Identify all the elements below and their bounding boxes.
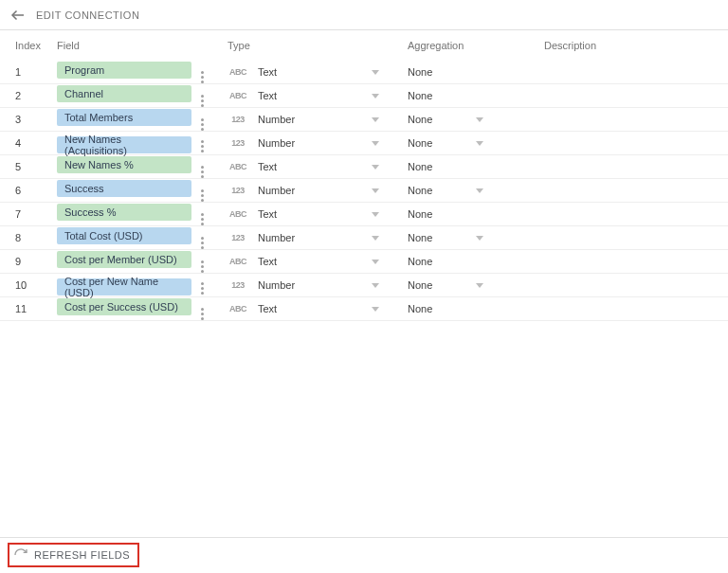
type-dropdown[interactable]: ABCText [228, 256, 379, 267]
chevron-down-icon [476, 117, 483, 122]
more-options-icon[interactable] [197, 118, 207, 131]
field-pill[interactable]: Channel [57, 85, 191, 102]
more-options-icon[interactable] [197, 166, 207, 178]
aggregation-label: None [408, 185, 432, 196]
page-title: EDIT CONNECTION [36, 9, 139, 21]
field-pill[interactable]: Total Members [57, 109, 191, 126]
type-label: Number [258, 279, 295, 291]
type-dropdown[interactable]: ABCText [228, 161, 379, 172]
type-label: Number [258, 232, 295, 243]
row-type-cell: ABCText [228, 90, 408, 101]
back-arrow-icon[interactable] [9, 7, 27, 24]
field-pill[interactable]: Cost per Member (USD) [57, 251, 191, 268]
more-options-icon[interactable] [197, 282, 207, 295]
aggregation-dropdown[interactable]: None [408, 256, 483, 267]
type-dropdown[interactable]: ABCText [228, 303, 379, 314]
table-row: 5New Names %ABCTextNone [0, 155, 728, 179]
aggregation-dropdown[interactable]: None [408, 137, 483, 149]
field-pill[interactable]: New Names % [57, 156, 191, 173]
col-header-field: Field [57, 40, 228, 51]
number-type-icon: 123 [228, 115, 248, 124]
aggregation-dropdown[interactable]: None [408, 208, 483, 220]
row-field-cell: Total Cost (USD) [57, 227, 228, 249]
chevron-down-icon [372, 307, 379, 312]
table-row: 8Total Cost (USD)123NumberNone [0, 226, 728, 250]
more-options-icon[interactable] [197, 140, 207, 152]
type-label: Text [258, 66, 277, 78]
field-pill[interactable]: Cost per New Name (USD) [57, 278, 191, 295]
row-type-cell: ABCText [228, 66, 408, 78]
header-bar: EDIT CONNECTION [0, 0, 728, 30]
type-dropdown[interactable]: ABCText [228, 208, 379, 220]
more-options-icon[interactable] [197, 237, 207, 249]
type-dropdown[interactable]: 123Number [228, 185, 379, 196]
row-aggregation-cell: None [408, 66, 540, 78]
field-pill[interactable]: Success [57, 180, 191, 197]
field-pill[interactable]: Total Cost (USD) [57, 227, 191, 244]
field-pill[interactable]: Cost per Success (USD) [57, 298, 191, 315]
type-dropdown[interactable]: ABCText [228, 90, 379, 101]
more-options-icon[interactable] [197, 95, 207, 107]
text-type-icon: ABC [228, 162, 248, 171]
row-index: 8 [0, 232, 57, 243]
type-dropdown[interactable]: 123Number [228, 137, 379, 149]
aggregation-label: None [408, 303, 432, 314]
row-aggregation-cell: None [408, 303, 540, 314]
aggregation-dropdown[interactable]: None [408, 90, 483, 101]
type-label: Number [258, 114, 295, 125]
row-type-cell: 123Number [228, 279, 408, 291]
more-options-icon[interactable] [197, 213, 207, 225]
aggregation-dropdown[interactable]: None [408, 232, 483, 243]
aggregation-dropdown[interactable]: None [408, 279, 483, 291]
aggregation-label: None [408, 137, 432, 149]
more-options-icon[interactable] [197, 189, 207, 202]
table-row: 1ProgramABCTextNone [0, 61, 728, 84]
aggregation-label: None [408, 161, 432, 172]
chevron-down-icon [372, 260, 379, 264]
field-pill[interactable]: New Names (Acquisitions) [57, 136, 191, 153]
type-dropdown[interactable]: ABCText [228, 66, 379, 78]
more-options-icon[interactable] [197, 71, 207, 83]
type-dropdown[interactable]: 123Number [228, 279, 379, 291]
aggregation-dropdown[interactable]: None [408, 66, 483, 78]
row-index: 9 [0, 256, 57, 267]
type-label: Text [258, 90, 277, 101]
row-type-cell: 123Number [228, 185, 408, 196]
aggregation-dropdown[interactable]: None [408, 114, 483, 125]
footer-bar: REFRESH FIELDS [0, 537, 728, 571]
col-header-type: Type [228, 40, 408, 51]
number-type-icon: 123 [228, 138, 248, 148]
row-aggregation-cell: None [408, 114, 540, 125]
row-index: 10 [0, 279, 57, 291]
more-options-icon[interactable] [197, 260, 207, 273]
row-field-cell: New Names (Acquisitions) [57, 134, 228, 153]
table-row: 7Success %ABCTextNone [0, 203, 728, 226]
type-dropdown[interactable]: 123Number [228, 114, 379, 125]
type-label: Text [258, 256, 277, 267]
number-type-icon: 123 [228, 280, 248, 290]
refresh-fields-button[interactable]: REFRESH FIELDS [8, 543, 139, 567]
more-options-icon[interactable] [197, 308, 207, 320]
row-field-cell: Cost per New Name (USD) [57, 276, 228, 295]
row-aggregation-cell: None [408, 208, 540, 220]
aggregation-label: None [408, 114, 432, 125]
chevron-down-icon [372, 94, 379, 98]
aggregation-label: None [408, 279, 432, 291]
field-pill[interactable]: Success % [57, 204, 191, 221]
row-index: 4 [0, 137, 57, 149]
chevron-down-icon [476, 188, 483, 193]
row-aggregation-cell: None [408, 161, 540, 172]
row-index: 11 [0, 303, 57, 314]
row-field-cell: Total Members [57, 109, 228, 131]
row-field-cell: Success [57, 180, 228, 202]
table-row: 4New Names (Acquisitions)123NumberNone [0, 132, 728, 155]
type-label: Number [258, 185, 295, 196]
aggregation-dropdown[interactable]: None [408, 303, 483, 314]
field-pill[interactable]: Program [57, 62, 191, 79]
aggregation-dropdown[interactable]: None [408, 161, 483, 172]
row-type-cell: 123Number [228, 114, 408, 125]
text-type-icon: ABC [228, 304, 248, 313]
type-dropdown[interactable]: 123Number [228, 232, 379, 243]
row-aggregation-cell: None [408, 185, 540, 196]
aggregation-dropdown[interactable]: None [408, 185, 483, 196]
